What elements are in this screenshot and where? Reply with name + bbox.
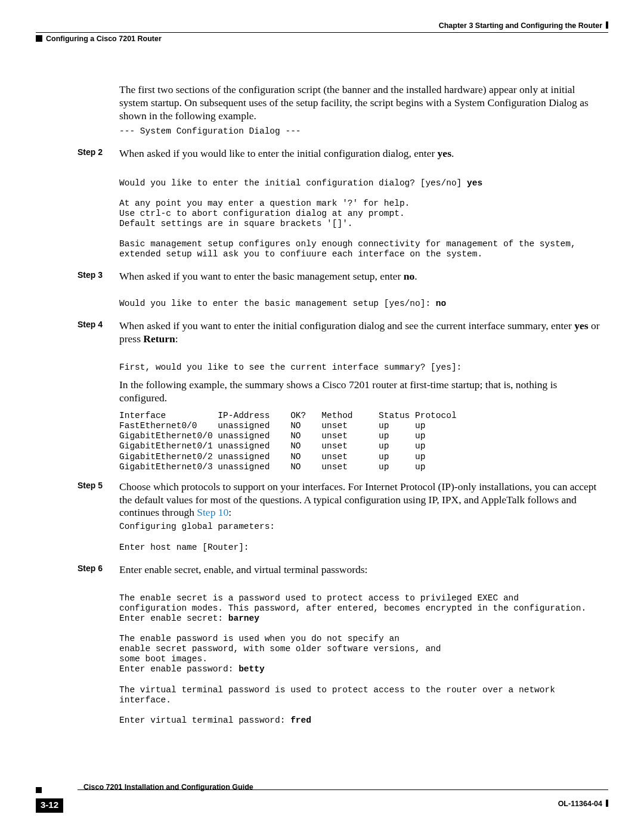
step-5-mono: Configuring global parameters: Enter hos… [119,522,606,552]
footer-square-icon [36,787,42,793]
step-4-body-prefix: When asked if you want to enter the init… [119,320,574,332]
step-6-mono-a1: The enable secret is a password used to … [119,593,586,623]
step-4-body: When asked if you want to enter the init… [119,320,606,346]
step-3-body-prefix: When asked if you want to enter the basi… [119,270,404,282]
step-6-label: Step 6 [78,563,116,574]
step-4-body-bold1: yes [574,320,588,332]
step-3-body-suffix: . [414,270,417,282]
header-chapter-text: Chapter 3 Starting and Configuring the R… [439,21,602,30]
step-6-mono-a1-bold: barney [228,614,259,623]
header-square-icon [36,35,42,42]
header-chapter: Chapter 3 Starting and Configuring the R… [439,21,608,31]
step-3-label: Step 3 [78,270,116,281]
footer-page-number: 3-12 [36,798,63,813]
step-2-mono: Would you like to enter the initial conf… [119,178,606,260]
step-6-mono-a3: The virtual terminal password is used to… [119,685,555,725]
step-6-body: Enter enable secret, enable, and virtual… [119,563,606,577]
intro-mono: --- System Configuration Dialog --- [119,126,606,137]
footer-bottom-row: 3-12 OL-11364-04 [36,798,608,812]
footer-doc-id: OL-11364-04 [558,800,608,809]
page: Chapter 3 Starting and Configuring the R… [0,0,644,833]
step-6: Step 6 Enter enable secret, enable, and … [119,563,606,726]
header-section-text: Configuring a Cisco 7201 Router [46,35,162,43]
step-3-body: When asked if you want to enter the basi… [119,270,606,283]
step-2-mono-rest: At any point you may enter a question ma… [119,199,576,259]
step-2-body-prefix: When asked if you would like to enter th… [119,147,438,159]
step-3: Step 3 When asked if you want to enter t… [119,270,606,309]
step-6-mono-a2: The enable password is used when you do … [119,634,441,674]
step-5: Step 5 Choose which protocols to support… [119,481,606,553]
step-2-body-suffix: . [451,147,454,159]
step-4-body-suffix: : [175,333,178,345]
step-3-mono-line1: Would you like to enter the basic manage… [119,299,436,308]
step-4-mono1: First, would you like to see the current… [119,363,606,373]
step-5-label: Step 5 [78,481,116,491]
step-6-mono-a3-bold: fred [290,716,311,725]
page-footer: Cisco 7201 Installation and Configuratio… [36,783,608,812]
step-3-body-bold: no [404,270,414,282]
step-4-mono2: Interface IP-Address OK? Method Status P… [119,411,606,472]
step-4-para2: In the following example, the summary sh… [119,379,606,405]
header-bar-icon [606,21,608,29]
step-3-mono: Would you like to enter the basic manage… [119,299,606,309]
page-header: Chapter 3 Starting and Configuring the R… [36,21,608,44]
intro-paragraph: The first two sections of the configurat… [119,83,606,123]
step-2-mono-bold: yes [467,178,482,188]
step-5-body-suffix: : [228,506,231,518]
step-6-mono: The enable secret is a password used to … [119,593,606,726]
step-6-mono-a2-bold: betty [239,664,265,674]
content: The first two sections of the configurat… [36,44,608,726]
step-2-body-bold: yes [438,147,451,159]
step-4-label: Step 4 [78,320,116,330]
footer-doc-id-text: OL-11364-04 [558,800,602,808]
step-5-body-prefix: Choose which protocols to support on you… [119,481,596,519]
step-2-label: Step 2 [78,147,116,158]
step-5-body: Choose which protocols to support on you… [119,481,606,520]
step-5-body-link[interactable]: Step 10 [197,506,228,518]
footer-title: Cisco 7201 Installation and Configuratio… [83,783,253,792]
footer-bar-icon [606,800,608,807]
step-4-body-bold2: Return [143,333,175,345]
header-rule [36,32,608,33]
footer-rule-wrap: Cisco 7201 Installation and Configuratio… [36,783,608,796]
step-2-mono-line1: Would you like to enter the initial conf… [119,178,467,188]
step-2-body: When asked if you would like to enter th… [119,147,606,160]
step-2: Step 2 When asked if you would like to e… [119,147,606,260]
step-4: Step 4 When asked if you want to enter t… [119,320,606,472]
step-3-mono-bold: no [436,299,446,308]
header-section: Configuring a Cisco 7201 Router [36,35,162,44]
